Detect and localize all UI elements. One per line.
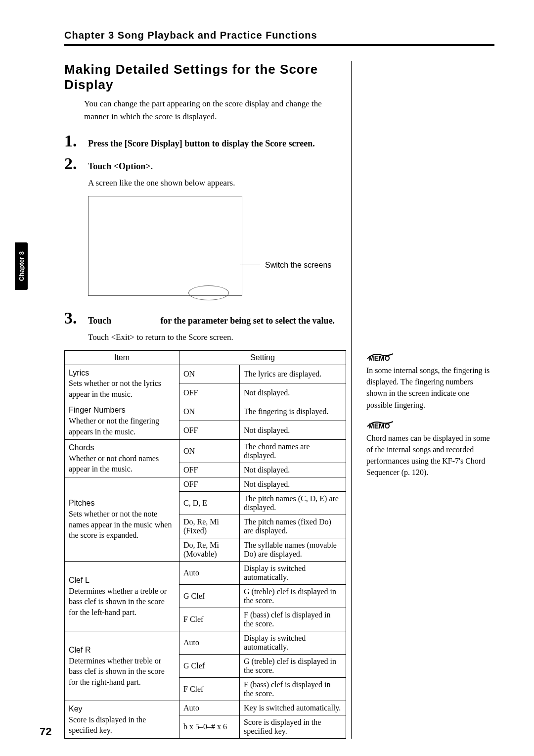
setting-desc: Display is switched automatically. xyxy=(240,631,346,655)
setting-desc: F (bass) clef is displayed in the score. xyxy=(240,678,346,701)
setting-desc: F (bass) clef is displayed in the score. xyxy=(240,608,346,631)
setting-desc: The pitch names (fixed Do) are displayed… xyxy=(240,515,346,538)
item-name: Clef R xyxy=(69,645,175,656)
memo-icon: MEMO xyxy=(366,420,494,430)
setting-value: C, D, E xyxy=(179,492,240,515)
setting-desc: Not displayed. xyxy=(240,383,346,402)
callout-line xyxy=(240,265,260,265)
step-3-text: Touch for the parameter being set to sel… xyxy=(88,316,335,326)
step-3-pre: Touch xyxy=(88,316,114,326)
item-pitches: Pitches Sets whether or not the note nam… xyxy=(65,477,179,562)
col-setting: Setting xyxy=(179,350,346,365)
item-clef-l: Clef L Determines whether a treble or ba… xyxy=(65,562,179,631)
item-name: Key xyxy=(69,704,175,714)
screenshot-placeholder xyxy=(88,196,242,296)
item-key: Key Score is displayed in the specified … xyxy=(65,701,179,739)
setting-value: Auto xyxy=(179,562,240,585)
setting-value: G Clef xyxy=(179,585,240,608)
memo-note-1: In some internal songs, the fingering is… xyxy=(366,365,494,411)
setting-value: b x 5–0–# x 6 xyxy=(179,715,240,739)
setting-value: Auto xyxy=(179,701,240,715)
item-name: Lyrics xyxy=(69,368,175,378)
figure-caption: Switch the screens xyxy=(265,261,331,270)
step-number: 3. xyxy=(64,309,88,328)
setting-value: ON xyxy=(179,402,240,421)
intro-text: You can change the part appearing on the… xyxy=(84,97,346,123)
setting-desc: The pitch names (C, D, E) are displayed. xyxy=(240,492,346,515)
setting-value: Do, Re, Mi (Fixed) xyxy=(179,515,240,538)
setting-value: Do, Re, Mi (Movable) xyxy=(179,538,240,562)
step-1-text: Press the [Score Display] button to disp… xyxy=(88,139,315,149)
table-row: Lyrics Sets whether or not the lyrics ap… xyxy=(65,365,346,383)
setting-value: OFF xyxy=(179,463,240,477)
item-name: Chords xyxy=(69,442,175,453)
setting-desc: G (treble) clef is displayed in the scor… xyxy=(240,585,346,608)
table-row: Clef L Determines whether a treble or ba… xyxy=(65,562,346,585)
item-desc: Determines whether treble or bass clef i… xyxy=(69,657,165,686)
step-number: 1. xyxy=(64,132,88,150)
setting-desc: Key is switched automatically. xyxy=(240,701,346,715)
step-2-after: A screen like the one shown below appear… xyxy=(88,177,346,189)
item-clef-r: Clef R Determines whether treble or bass… xyxy=(65,631,179,701)
setting-value: OFF xyxy=(179,421,240,440)
setting-value: G Clef xyxy=(179,655,240,678)
svg-text:MEMO: MEMO xyxy=(368,422,390,430)
setting-value: F Clef xyxy=(179,608,240,631)
item-desc: Whether or not the fingering appears in … xyxy=(69,417,159,436)
vertical-separator xyxy=(351,61,352,739)
setting-value: F Clef xyxy=(179,678,240,701)
setting-desc: Display is switched automatically. xyxy=(240,562,346,585)
table-row: Key Score is displayed in the specified … xyxy=(65,701,346,715)
setting-value: OFF xyxy=(179,477,240,492)
step-3: 3. Touch for the parameter being set to … xyxy=(64,309,346,328)
setting-desc: Not displayed. xyxy=(240,421,346,440)
col-item: Item xyxy=(65,350,179,365)
setting-value: ON xyxy=(179,440,240,463)
item-lyrics: Lyrics Sets whether or not the lyrics ap… xyxy=(65,365,179,402)
item-name: Clef L xyxy=(69,575,175,586)
item-desc: Determines whether a treble or bass clef… xyxy=(69,587,167,616)
setting-desc: The fingering is displayed. xyxy=(240,402,346,421)
table-row: Clef R Determines whether treble or bass… xyxy=(65,631,346,655)
setting-desc: The lyrics are displayed. xyxy=(240,365,346,383)
setting-desc: Not displayed. xyxy=(240,477,346,492)
setting-value: ON xyxy=(179,365,240,383)
memo-icon: MEMO xyxy=(366,352,494,363)
setting-value: OFF xyxy=(179,383,240,402)
screenshot-figure: Switch the screens xyxy=(88,196,346,296)
item-chords: Chords Whether or not chord names appear… xyxy=(65,440,179,477)
step-3-post: for the parameter being set to select th… xyxy=(160,316,335,326)
callout-ellipse xyxy=(188,285,229,300)
table-row: Pitches Sets whether or not the note nam… xyxy=(65,477,346,492)
table-row: Finger Numbers Whether or not the finger… xyxy=(65,402,346,421)
settings-table: Item Setting Lyrics Sets whether or not … xyxy=(64,350,346,739)
item-finger: Finger Numbers Whether or not the finger… xyxy=(65,402,179,440)
svg-text:MEMO: MEMO xyxy=(368,354,390,362)
step-3-after: Touch <Exit> to return to the Score scre… xyxy=(88,331,346,343)
step-number: 2. xyxy=(64,154,88,173)
step-1: 1. Press the [Score Display] button to d… xyxy=(64,132,346,150)
chapter-header: Chapter 3 Song Playback and Practice Fun… xyxy=(64,30,494,41)
item-name: Finger Numbers xyxy=(69,405,175,416)
memo-note-2: Chord names can be displayed in some of … xyxy=(366,432,494,478)
step-2: 2. Touch <Option>. xyxy=(64,154,346,173)
setting-desc: G (treble) clef is displayed in the scor… xyxy=(240,655,346,678)
item-desc: Sets whether or not the note names appea… xyxy=(69,510,172,539)
item-desc: Whether or not chord names appear in the… xyxy=(69,454,159,473)
setting-desc: Not displayed. xyxy=(240,463,346,477)
step-2-text: Touch <Option>. xyxy=(88,161,153,172)
item-name: Pitches xyxy=(69,498,175,509)
chapter-tab: Chapter 3 xyxy=(15,242,28,290)
setting-value: Auto xyxy=(179,631,240,655)
item-desc: Score is displayed in the specified key. xyxy=(69,715,146,735)
page-number: 72 xyxy=(40,725,51,738)
setting-desc: The chord names are displayed. xyxy=(240,440,346,463)
table-header-row: Item Setting xyxy=(65,350,346,365)
section-title: Making Detailed Settings for the Score D… xyxy=(64,62,346,93)
header-rule xyxy=(64,44,494,46)
table-row: Chords Whether or not chord names appear… xyxy=(65,440,346,463)
setting-desc: Score is displayed in the specified key. xyxy=(240,715,346,739)
item-desc: Sets whether or not the lyrics appear in… xyxy=(69,379,161,398)
setting-desc: The syllable names (movable Do) are disp… xyxy=(240,538,346,562)
